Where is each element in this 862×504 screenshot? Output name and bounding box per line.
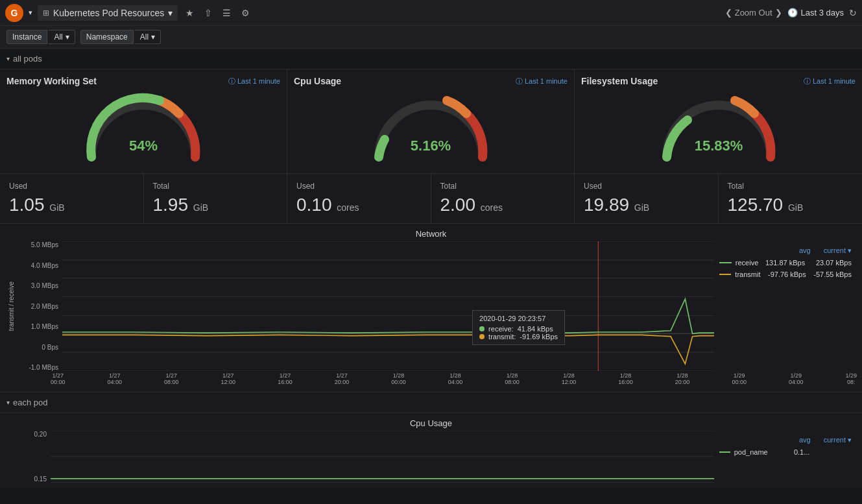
legend-receive-name: receive bbox=[736, 259, 758, 267]
legend-transmit-current: -57.55 kBps bbox=[810, 270, 852, 278]
each-pod-label: each pod bbox=[13, 398, 48, 407]
grafana-logo[interactable]: G bbox=[5, 4, 23, 22]
cpu-legend-avg-header: avg bbox=[799, 436, 811, 444]
x-tick-7: 1/2804:00 bbox=[448, 372, 463, 385]
filesystem-gauge-canvas: 15.83% bbox=[654, 89, 784, 167]
cpu-gauge-title: Cpu Usage bbox=[294, 76, 341, 86]
y-tick-3: 2.0 MBps bbox=[31, 303, 58, 310]
legend-transmit-name: transmit bbox=[735, 270, 760, 278]
stat-cpu-used: Used 0.10 cores bbox=[287, 174, 431, 223]
x-tick-12: 1/2900:00 bbox=[732, 372, 747, 385]
x-tick-13: 1/2904:00 bbox=[789, 372, 804, 385]
cpu-bottom-chart-main bbox=[51, 431, 714, 483]
memory-gauge-panel: Memory Working Set ⓘ Last 1 minute 54% bbox=[0, 69, 287, 173]
stat-fs-total-label: Total bbox=[728, 182, 854, 191]
time-range-picker[interactable]: 🕐 Last 3 days bbox=[787, 8, 844, 18]
filesystem-gauge-title: Filesystem Usage bbox=[581, 76, 658, 86]
network-chart-svg bbox=[62, 241, 714, 371]
y-tick-4: 1.0 MBps bbox=[31, 323, 58, 330]
legend-transmit-row: transmit -97.76 kBps -57.55 kBps bbox=[719, 270, 852, 278]
cpu-bottom-chart-area: 0.20 0.15 avg current ▾ pod_name 0.1... bbox=[0, 431, 862, 483]
cpu-gauge-panel: Cpu Usage ⓘ Last 1 minute 5.16% bbox=[287, 69, 575, 173]
network-chart-area: transmit / receive 5.0 MBps 4.0 MBps 3.0… bbox=[0, 241, 862, 371]
filesystem-info-icon: ⓘ bbox=[804, 77, 811, 86]
legend-receive-row: receive 131.87 kBps 23.07 kBps bbox=[719, 259, 852, 267]
cpu-gauge-header: Cpu Usage ⓘ Last 1 minute bbox=[294, 76, 568, 86]
filter-bar: Instance All ▾ Namespace All ▾ bbox=[0, 26, 862, 49]
legend-header: avg current ▾ bbox=[719, 246, 852, 255]
refresh-button[interactable]: ↻ bbox=[849, 8, 857, 18]
x-tick-9: 1/2812:00 bbox=[562, 372, 577, 385]
x-tick-4: 1/2716:00 bbox=[278, 372, 293, 385]
memory-gauge-canvas: 54% bbox=[78, 89, 208, 167]
cpu-legend-pod-avg: 0.1... bbox=[772, 448, 810, 456]
zoom-section: ❮ Zoom Out ❯ bbox=[725, 8, 782, 18]
tooltip-date: 2020-01-29 20:23:57 bbox=[479, 315, 558, 322]
cpu-y-tick-1: 0.15 bbox=[34, 475, 47, 483]
zoom-right-icon[interactable]: ❯ bbox=[775, 8, 782, 18]
stat-fs-used-label: Used bbox=[584, 182, 709, 191]
network-chart-section: Network transmit / receive 5.0 MBps 4.0 … bbox=[0, 223, 862, 392]
instance-filter: Instance All ▾ bbox=[6, 30, 75, 44]
stat-fs-used-value: 19.89 GiB bbox=[584, 195, 709, 215]
svg-point-0 bbox=[156, 97, 163, 104]
y-tick-2: 3.0 MBps bbox=[31, 282, 58, 289]
navbar-right: ❮ Zoom Out ❯ 🕐 Last 3 days ↻ bbox=[725, 8, 857, 18]
zoom-out-label[interactable]: Zoom Out bbox=[735, 8, 772, 18]
dashboard-title[interactable]: ⊞ Kubernetes Pod Resources ▾ bbox=[38, 5, 178, 21]
stats-row: Used 1.05 GiB Total 1.95 GiB Used 0.10 c… bbox=[0, 173, 862, 223]
legend-transmit-line bbox=[719, 274, 731, 275]
cpu-gauge-canvas: 5.16% bbox=[366, 89, 496, 167]
stat-cpu-total-label: Total bbox=[440, 182, 566, 191]
instance-chevron-icon: ▾ bbox=[66, 32, 69, 42]
legend-receive-current: 23.07 kBps bbox=[809, 259, 852, 267]
svg-text:54%: 54% bbox=[129, 138, 158, 154]
tooltip-receive-label: receive: bbox=[488, 325, 514, 333]
cpu-legend-pod-name: pod_name bbox=[734, 448, 768, 456]
stat-memory-total-value: 1.95 GiB bbox=[153, 195, 278, 215]
memory-gauge-svg: 54% bbox=[78, 89, 208, 167]
namespace-filter-value[interactable]: All ▾ bbox=[135, 30, 161, 44]
x-tick-11: 1/2820:00 bbox=[675, 372, 690, 385]
network-chart-legend: avg current ▾ receive 131.87 kBps 23.07 … bbox=[714, 241, 857, 371]
stat-memory-used-value: 1.05 GiB bbox=[9, 195, 134, 215]
each-pod-section-header[interactable]: ▾ each pod bbox=[0, 392, 862, 413]
x-tick-1: 1/2704:00 bbox=[108, 372, 123, 385]
filesystem-gauge-svg: 15.83% bbox=[654, 89, 784, 167]
grid-icon: ⊞ bbox=[43, 8, 49, 18]
svg-point-2 bbox=[381, 136, 388, 143]
y-tick-0: 5.0 MBps bbox=[31, 241, 58, 248]
playlist-button[interactable]: ☰ bbox=[220, 5, 233, 21]
x-tick-8: 1/2808:00 bbox=[505, 372, 520, 385]
all-pods-label: all pods bbox=[13, 54, 42, 64]
gauges-row: Memory Working Set ⓘ Last 1 minute 54% bbox=[0, 69, 862, 173]
stat-fs-total-value: 125.70 GiB bbox=[728, 195, 854, 215]
network-x-axis: 1/2700:00 1/2704:00 1/2708:00 1/2712:00 … bbox=[0, 371, 862, 387]
stat-cpu-used-value: 0.10 cores bbox=[296, 195, 422, 215]
grafana-menu-dropdown[interactable]: ▾ bbox=[29, 8, 32, 17]
svg-text:5.16%: 5.16% bbox=[411, 138, 451, 154]
x-tick-6: 1/2800:00 bbox=[391, 372, 406, 385]
filesystem-gauge-timeinfo: ⓘ Last 1 minute bbox=[804, 77, 856, 86]
cpu-legend-pod-line bbox=[719, 451, 730, 453]
instance-filter-label: Instance bbox=[6, 30, 47, 44]
cpu-bottom-chart-title: Cpu Usage bbox=[0, 418, 862, 428]
cpu-gauge-svg: 5.16% bbox=[366, 89, 496, 167]
instance-filter-value[interactable]: All ▾ bbox=[49, 30, 75, 44]
settings-button[interactable]: ⚙ bbox=[239, 5, 252, 21]
tooltip-transmit-row: transmit: -91.69 kBps bbox=[479, 333, 558, 341]
share-button[interactable]: ⇧ bbox=[202, 5, 215, 21]
star-button[interactable]: ★ bbox=[183, 5, 197, 21]
cpu-legend-current-header: current ▾ bbox=[824, 436, 852, 444]
all-pods-section-header[interactable]: ▾ all pods bbox=[0, 49, 862, 69]
zoom-left-icon[interactable]: ❮ bbox=[725, 8, 732, 18]
legend-current-header: current ▾ bbox=[824, 246, 852, 255]
memory-gauge-timeinfo: ⓘ Last 1 minute bbox=[228, 77, 280, 86]
network-chart-tooltip: 2020-01-29 20:23:57 receive: 41.84 kBps … bbox=[472, 310, 565, 345]
x-tick-14: 1/2908: bbox=[845, 372, 857, 385]
y-tick-1: 4.0 MBps bbox=[31, 262, 58, 269]
tooltip-receive-value: 41.84 kBps bbox=[518, 325, 553, 333]
stat-memory-total-label: Total bbox=[153, 182, 278, 191]
network-y-axis: 5.0 MBps 4.0 MBps 3.0 MBps 2.0 MBps 1.0 … bbox=[17, 241, 62, 371]
memory-info-icon: ⓘ bbox=[228, 77, 235, 86]
